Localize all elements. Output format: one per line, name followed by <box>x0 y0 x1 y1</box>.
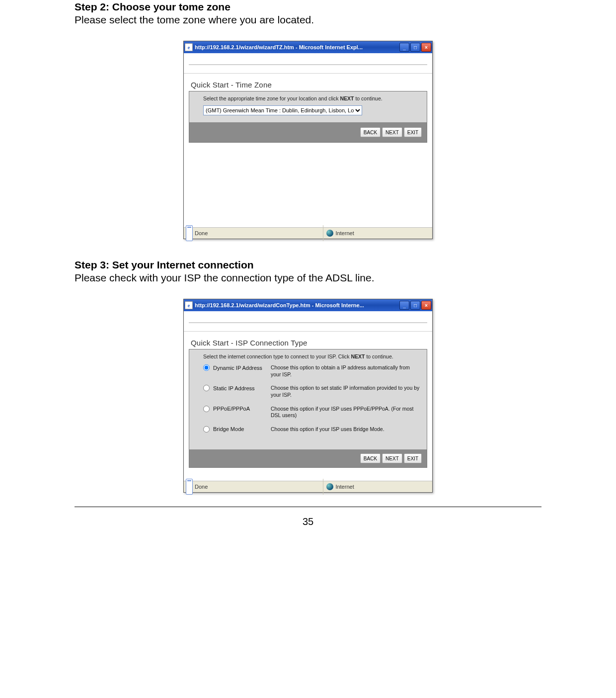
status-bar: Done Internet <box>184 227 432 239</box>
opt-label-text: Dynamic IP Address <box>213 365 262 371</box>
radio-pppoe[interactable] <box>203 406 210 412</box>
window-titlebar: e http://192.168.2.1/wizard/wizardConTyp… <box>184 299 432 311</box>
opt-bridge[interactable]: Bridge Mode <box>203 426 268 433</box>
status-internet: Internet <box>335 484 354 490</box>
opt-desc: Choose this option to obtain a IP addres… <box>271 364 421 378</box>
ie-icon: e <box>185 43 193 51</box>
close-button[interactable]: × <box>421 43 431 52</box>
hint-part: Select the internet connection type to c… <box>203 353 351 359</box>
opt-static-ip[interactable]: Static IP Address <box>203 385 268 391</box>
radio-dynamic-ip[interactable] <box>203 364 210 371</box>
hint-part: to continue. <box>365 353 393 359</box>
blank-area <box>184 143 432 227</box>
page-icon <box>186 225 193 241</box>
status-bar: Done Internet <box>184 481 432 492</box>
page-icon <box>186 479 193 495</box>
close-button[interactable]: × <box>421 301 431 310</box>
screenshot-isp: e http://192.168.2.1/wizard/wizardConTyp… <box>183 299 433 493</box>
opt-desc: Choose this option if your ISP uses PPPo… <box>271 406 421 419</box>
opt-desc: Choose this option to set static IP info… <box>271 385 421 398</box>
minimize-button[interactable]: _ <box>399 301 409 310</box>
exit-button[interactable]: EXIT <box>404 453 422 463</box>
window-titlebar: e http://192.168.2.1/wizard/wizardTZ.htm… <box>184 41 432 53</box>
hint-bold: NEXT <box>340 95 354 101</box>
opt-label-text: Bridge Mode <box>213 426 244 432</box>
page-number: 35 <box>0 516 616 527</box>
globe-icon <box>326 483 333 490</box>
status-done: Done <box>195 484 208 490</box>
panel-hint: Select the internet connection type to c… <box>203 353 421 359</box>
toolbar-area <box>184 53 432 74</box>
toolbar-area <box>184 311 432 332</box>
window-title: http://192.168.2.1/wizard/wizardTZ.htm -… <box>195 44 399 50</box>
next-button[interactable]: NEXT <box>382 453 402 463</box>
back-button[interactable]: BACK <box>360 127 381 137</box>
panel-title: Quick Start - ISP Connection Type <box>191 339 427 347</box>
opt-desc: Choose this option if your ISP uses Brid… <box>271 426 421 433</box>
window-title: http://192.168.2.1/wizard/wizardConType.… <box>195 302 399 308</box>
step3-title: Step 3: Set your Internet connection <box>75 259 541 271</box>
ie-icon: e <box>185 301 193 309</box>
panel-title: Quick Start - Time Zone <box>191 81 427 89</box>
opt-label-text: PPPoE/PPPoA <box>213 406 250 412</box>
back-button[interactable]: BACK <box>360 453 381 463</box>
button-bar: BACK NEXT EXIT <box>189 122 427 142</box>
status-done: Done <box>195 230 208 236</box>
hint-part: Select the appropriate time zone for you… <box>203 95 340 101</box>
footer-rule <box>75 507 541 507</box>
opt-pppoe[interactable]: PPPoE/PPPoA <box>203 406 268 412</box>
radio-static-ip[interactable] <box>203 385 210 391</box>
opt-dynamic-ip[interactable]: Dynamic IP Address <box>203 364 268 371</box>
status-internet: Internet <box>335 230 354 236</box>
timezone-select[interactable]: (GMT) Greenwich Mean Time : Dublin, Edin… <box>203 105 362 115</box>
maximize-button[interactable]: □ <box>410 43 420 52</box>
maximize-button[interactable]: □ <box>410 301 420 310</box>
screenshot-timezone: e http://192.168.2.1/wizard/wizardTZ.htm… <box>183 41 433 239</box>
exit-button[interactable]: EXIT <box>404 127 422 137</box>
step3-text: Please check with your ISP the connectio… <box>75 272 541 284</box>
step2-text: Please select the tome zone where you ar… <box>75 14 541 26</box>
next-button[interactable]: NEXT <box>382 127 402 137</box>
radio-bridge[interactable] <box>203 426 210 433</box>
hint-part: to continue. <box>354 95 383 101</box>
minimize-button[interactable]: _ <box>399 43 409 52</box>
step2-title: Step 2: Choose your tome zone <box>75 1 541 13</box>
globe-icon <box>326 230 333 237</box>
button-bar: BACK NEXT EXIT <box>189 449 427 467</box>
panel-hint: Select the appropriate time zone for you… <box>203 95 421 101</box>
opt-label-text: Static IP Address <box>213 385 255 391</box>
hint-bold: NEXT <box>351 353 365 359</box>
